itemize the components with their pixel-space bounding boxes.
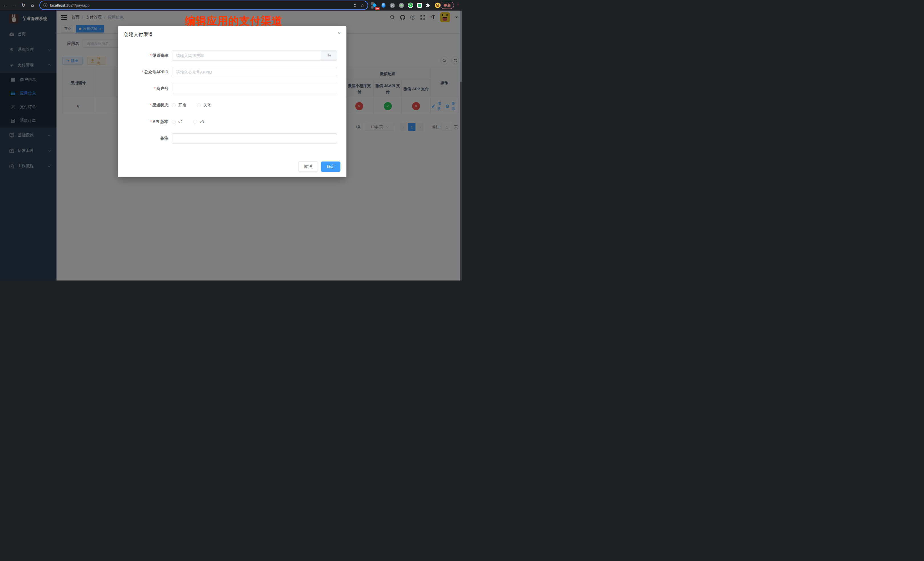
radio-circle-icon (172, 103, 176, 107)
vue-circle: V (408, 3, 413, 8)
chat-shape (417, 3, 422, 8)
radio-circle-icon (172, 120, 176, 124)
puzzle-glyph (426, 3, 430, 8)
field-channel-status: *渠道状态 开启 关闭 (118, 100, 346, 110)
field-label: 公众号APPID (144, 70, 168, 74)
page-scrollbar[interactable] (460, 10, 462, 280)
field-merchant-id: *商户号 (118, 84, 346, 94)
dialog-body: *渠道费率 % *公众号APPID *商户号 (118, 51, 346, 150)
reload-icon[interactable]: ↻ (20, 1, 27, 9)
command-glyph: ⌘ (390, 3, 395, 8)
cancel-button[interactable]: 取消 (298, 162, 318, 172)
extension-sider-icon[interactable]: 10 (370, 1, 378, 9)
dot-shape (399, 3, 404, 8)
url-host: localhost (50, 3, 65, 8)
url-bar[interactable]: ⓘ localhost :1024/pay/app ↥ ☆ (40, 1, 368, 9)
home-icon[interactable]: ⌂ (28, 1, 36, 9)
ext-shape (371, 6, 374, 9)
field-api-version: *API 版本 v2 v3 (118, 117, 346, 127)
chrome-update-button[interactable]: 更新 (440, 2, 454, 9)
field-official-appid: *公众号APPID (118, 67, 346, 77)
extension-badge: 10 (375, 7, 380, 10)
dialog-close-icon[interactable]: × (338, 30, 341, 36)
extension-command-icon[interactable]: ⌘ (388, 1, 396, 9)
screen: ← → ↻ ⌂ ⓘ localhost :1024/pay/app ↥ ☆ 10… (0, 0, 462, 280)
field-remark: 备注 (118, 133, 346, 144)
create-pay-channel-dialog: 创建支付渠道 × *渠道费率 % *公众号APPID (118, 26, 346, 177)
radio-api-v3[interactable]: v3 (193, 120, 204, 124)
extensions-puzzle-icon[interactable] (424, 1, 432, 9)
field-label: 备注 (160, 136, 168, 140)
scrollbar-thumb[interactable] (460, 10, 462, 82)
dialog-title: 创建支付渠道 (124, 31, 153, 38)
share-icon[interactable]: ↥ (353, 3, 357, 8)
radio-status-open[interactable]: 开启 (172, 103, 186, 108)
required-asterisk: * (142, 70, 143, 74)
percent-suffix: % (322, 51, 337, 60)
bookmark-star-icon[interactable]: ☆ (360, 3, 364, 8)
forward-icon[interactable]: → (10, 1, 18, 9)
radio-circle-icon (197, 103, 201, 107)
app-page: 芋道管理系统 首页 ⚙ 系统管理 ¥ 支付管理 (0, 10, 462, 280)
field-channel-rate: *渠道费率 % (118, 51, 346, 61)
required-asterisk: * (150, 53, 152, 58)
radio-api-v2[interactable]: v2 (172, 120, 183, 124)
remark-input[interactable] (172, 134, 337, 143)
radio-status-closed[interactable]: 关闭 (197, 103, 212, 108)
extension-vue-icon[interactable]: V (406, 1, 414, 9)
url-path: :1024/pay/app (65, 3, 90, 8)
gem-shape (381, 3, 386, 8)
required-asterisk: * (150, 103, 152, 107)
field-label: 渠道费率 (152, 53, 168, 58)
confirm-button[interactable]: 确定 (321, 162, 340, 172)
site-info-icon[interactable]: ⓘ (44, 3, 47, 8)
dialog-footer: 取消 确定 (298, 162, 340, 172)
extension-chat-icon[interactable] (416, 1, 423, 9)
official-appid-input[interactable] (172, 68, 337, 77)
required-asterisk: * (154, 86, 156, 91)
channel-rate-input[interactable] (172, 51, 322, 60)
back-icon[interactable]: ← (1, 1, 9, 9)
browser-chrome: ← → ↻ ⌂ ⓘ localhost :1024/pay/app ↥ ☆ 10… (0, 0, 462, 10)
field-label: API 版本 (153, 119, 168, 124)
extension-gem-icon[interactable] (380, 1, 387, 9)
extension-dot-icon[interactable] (398, 1, 405, 9)
field-label: 商户号 (156, 86, 168, 91)
merchant-id-input[interactable] (172, 84, 337, 94)
field-label: 渠道状态 (152, 103, 168, 107)
chrome-menu-icon[interactable]: ⋮ (456, 2, 460, 7)
radio-circle-icon (193, 120, 197, 124)
emoji-face (435, 3, 440, 8)
required-asterisk: * (150, 119, 152, 124)
